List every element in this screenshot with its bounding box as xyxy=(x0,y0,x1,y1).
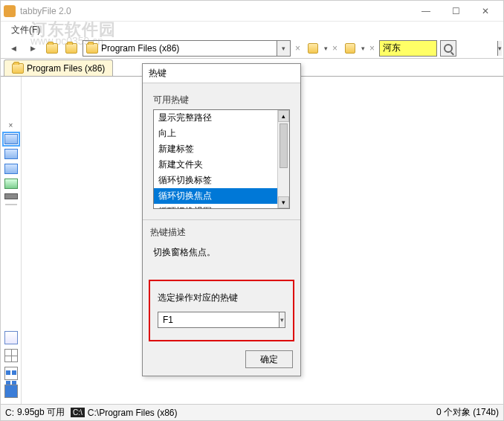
window-title: tabbyFile 2.0 xyxy=(20,6,411,16)
maximize-button[interactable]: ☐ xyxy=(441,1,471,22)
sidebar-divider xyxy=(5,204,17,205)
status-objects: 0 个对象 (174b) xyxy=(436,406,499,419)
hotkey-dialog: 热键 可用热键 显示完整路径 向上 新建标签 新建文件夹 循环切换标签 循环切换… xyxy=(142,63,301,376)
chevron-down-icon: ▾ xyxy=(280,316,284,324)
list-item[interactable]: 新建文件夹 xyxy=(154,157,277,173)
available-hotkeys-label: 可用热键 xyxy=(153,94,290,106)
app-icon xyxy=(4,5,16,17)
search-input[interactable] xyxy=(380,41,497,56)
save-button-2[interactable] xyxy=(342,40,358,57)
search-box[interactable]: ▾ xyxy=(379,40,437,57)
hotkey-desc-label: 热键描述 xyxy=(150,226,293,239)
sidebar-view-4[interactable] xyxy=(4,179,18,189)
status-drive: C: 9.95gb 可用 xyxy=(5,406,65,419)
list-item[interactable]: 新建标签 xyxy=(154,141,277,157)
dialog-title: 热键 xyxy=(143,64,300,83)
minimize-button[interactable]: — xyxy=(411,1,441,22)
menu-bar: 文件(F) 河东软件园 www.pc0359.cn xyxy=(1,22,503,38)
disk-icon xyxy=(308,43,318,54)
path-text: Program Files (x86) xyxy=(101,43,179,54)
separator: × xyxy=(368,43,376,54)
folder-up-icon xyxy=(46,43,58,54)
folder-icon xyxy=(12,63,24,74)
chevron-down-icon: ▾ xyxy=(498,45,502,52)
list-item[interactable]: 向上 xyxy=(154,126,277,141)
separator: × xyxy=(331,43,339,54)
chevron-down-icon: ▾ xyxy=(282,45,285,52)
status-path: C:\Program Files (x86) xyxy=(88,408,178,418)
sidebar-close[interactable]: × xyxy=(9,121,13,129)
cmd-icon: C:\ xyxy=(71,408,85,417)
folder-icon xyxy=(65,43,77,54)
search-dropdown[interactable]: ▾ xyxy=(497,41,502,56)
nav-fwd-button[interactable]: ▶ xyxy=(25,40,41,57)
sidebar-view-1[interactable] xyxy=(4,134,18,144)
list-item[interactable]: 显示完整路径 xyxy=(154,110,277,126)
hotkey-listbox[interactable]: 显示完整路径 向上 新建标签 新建文件夹 循环切换标签 循环切换焦点 循环切换视… xyxy=(153,109,290,209)
title-bar: tabbyFile 2.0 — ☐ ✕ xyxy=(1,1,503,22)
hotkey-dropdown-button[interactable]: ▾ xyxy=(280,312,285,328)
sidebar-view-5[interactable] xyxy=(4,193,18,199)
sidebar-tiles-icon[interactable] xyxy=(4,367,18,380)
sidebar-bottom xyxy=(1,331,22,402)
chevron-down-icon[interactable]: ▾ xyxy=(324,45,328,52)
sidebar-view-2[interactable] xyxy=(4,149,18,159)
listbox-scrollbar[interactable]: ▴ ▾ xyxy=(277,110,289,208)
sidebar-panel-icon[interactable] xyxy=(4,385,18,398)
scroll-up-button[interactable]: ▴ xyxy=(278,110,289,122)
hotkey-desc-text: 切换窗格焦点。 xyxy=(150,242,293,263)
nav-back-button[interactable]: ◀ xyxy=(5,40,22,57)
disk-icon xyxy=(345,43,355,54)
path-dropdown-button[interactable]: ▾ xyxy=(277,41,290,56)
hotkey-assign-section: 选定操作对应的热键 ▾ xyxy=(149,280,294,341)
nav-down-button[interactable] xyxy=(63,40,80,57)
search-button[interactable] xyxy=(440,40,456,57)
status-bar: C: 9.95gb 可用 C:\ C:\Program Files (x86) … xyxy=(1,404,503,420)
path-combo[interactable]: Program Files (x86) ▾ xyxy=(83,40,291,57)
list-item[interactable]: 循环切换视图 xyxy=(154,204,277,209)
search-icon xyxy=(444,44,453,53)
toolbar: ◀ ▶ Program Files (x86) ▾ × ▾ × ▾ × ▾ xyxy=(1,38,503,59)
hotkey-assign-label: 选定操作对应的热键 xyxy=(158,292,285,304)
tab-label: Program Files (x86) xyxy=(27,63,105,74)
status-path-seg: C:\ C:\Program Files (x86) xyxy=(71,408,177,418)
separator: × xyxy=(294,43,302,54)
sidebar-view-3[interactable] xyxy=(4,164,18,174)
sidebar-grid-icon[interactable] xyxy=(4,349,18,362)
ok-button[interactable]: 确定 xyxy=(245,350,293,368)
list-item-selected[interactable]: 循环切换焦点 xyxy=(154,188,277,204)
close-button[interactable]: ✕ xyxy=(471,1,500,22)
nav-up-button[interactable] xyxy=(44,40,60,57)
chevron-down-icon[interactable]: ▾ xyxy=(361,45,365,52)
tab-active[interactable]: Program Files (x86) xyxy=(4,60,113,76)
scroll-down-button[interactable]: ▾ xyxy=(278,196,289,208)
folder-icon xyxy=(86,43,98,54)
list-item[interactable]: 循环切换标签 xyxy=(154,173,277,188)
hotkey-input[interactable] xyxy=(158,312,280,328)
menu-file[interactable]: 文件(F) xyxy=(7,22,45,38)
scroll-thumb[interactable] xyxy=(280,123,288,168)
sidebar-notes-icon[interactable] xyxy=(4,331,18,344)
save-button-1[interactable] xyxy=(305,40,321,57)
